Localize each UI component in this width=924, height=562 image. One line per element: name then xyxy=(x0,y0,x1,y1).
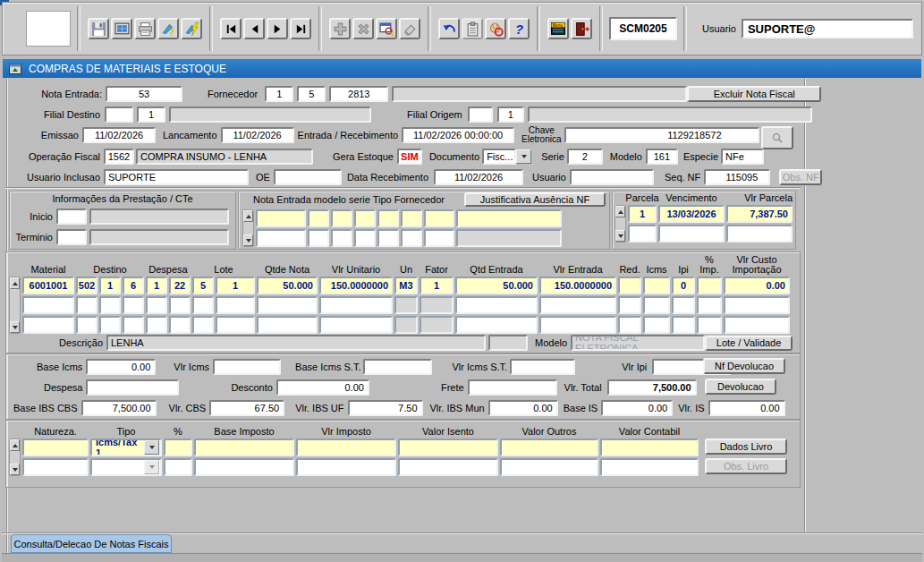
qtd-entrada-cell[interactable] xyxy=(455,316,538,334)
filial-destino-field-1[interactable] xyxy=(105,106,133,123)
justificativa-ausencia-nf-button[interactable]: Justificativa Ausência NF xyxy=(464,192,606,207)
nota-modelo-cell[interactable] xyxy=(354,229,376,247)
despesa-cell[interactable] xyxy=(146,316,167,334)
valor-isento-cell[interactable] xyxy=(398,439,498,456)
list-of-values-button[interactable] xyxy=(376,18,397,39)
nota-modelo-cell[interactable] xyxy=(377,209,399,227)
filial-origem-field-2[interactable]: 1 xyxy=(497,106,524,123)
destino-cell[interactable] xyxy=(123,316,144,334)
perc-cell[interactable] xyxy=(164,439,192,456)
vlr-unitario-cell[interactable]: 150.0000000 xyxy=(319,277,393,294)
nota-modelo-cell[interactable] xyxy=(401,229,422,247)
despesa-cell[interactable] xyxy=(146,296,167,314)
help-button[interactable]: ? xyxy=(508,18,530,39)
destino-cell[interactable] xyxy=(76,316,97,334)
vlr-entrada-cell[interactable] xyxy=(539,296,616,314)
usuario-field[interactable] xyxy=(570,169,654,185)
tipo-dropdown-button[interactable] xyxy=(144,460,159,474)
scroll-up-icon[interactable] xyxy=(10,277,20,289)
nota-modelo-cell[interactable] xyxy=(308,229,329,247)
modelo-field[interactable]: 161 xyxy=(646,149,678,165)
material-cell[interactable] xyxy=(22,316,74,334)
valor-outros-cell[interactable] xyxy=(500,458,598,476)
clipboard-button[interactable] xyxy=(462,18,483,39)
destino-cell[interactable]: 6 xyxy=(123,277,144,294)
frete-field[interactable] xyxy=(468,379,557,396)
print-button[interactable] xyxy=(134,18,156,39)
fornecedor-field-2[interactable]: 5 xyxy=(297,86,326,102)
vlr-custo-importacao-cell[interactable] xyxy=(724,316,790,334)
vlr-entrada-cell[interactable]: 150.0000000 xyxy=(539,277,616,294)
natureza-cell[interactable] xyxy=(22,458,89,476)
oe-field[interactable] xyxy=(274,169,342,185)
terminio-field[interactable] xyxy=(56,229,87,245)
perc-imp-cell[interactable] xyxy=(697,277,722,294)
filial-origem-field-1[interactable] xyxy=(468,106,493,123)
vlr-custo-importacao-cell[interactable] xyxy=(724,296,790,314)
destino-cell[interactable] xyxy=(123,296,144,314)
perc-cell[interactable] xyxy=(164,458,192,476)
destino-cell[interactable] xyxy=(99,296,121,314)
documento-field[interactable]: Fisc... xyxy=(482,149,516,165)
qtd-entrada-cell[interactable] xyxy=(455,296,538,314)
base-icms-st-field[interactable] xyxy=(363,359,432,375)
nota-modelo-cell[interactable] xyxy=(331,229,352,247)
menu-button[interactable]: Menu xyxy=(547,18,569,39)
lote-cell[interactable]: 1 xyxy=(216,277,255,294)
usuario-inclusao-field[interactable]: SUPORTE xyxy=(104,169,249,185)
perc-imp-cell[interactable] xyxy=(697,296,722,314)
lote-cell[interactable]: 5 xyxy=(192,277,214,294)
despesa-cell[interactable]: 22 xyxy=(169,277,191,294)
icms-cell[interactable] xyxy=(643,277,670,294)
perc-imp-cell[interactable] xyxy=(697,316,722,334)
icms-cell[interactable] xyxy=(643,296,670,314)
materiais-scrollbar[interactable] xyxy=(9,277,21,334)
parcela-cell[interactable] xyxy=(628,225,657,243)
vencimento-cell[interactable] xyxy=(658,225,725,243)
scroll-up-icon[interactable] xyxy=(243,210,253,222)
chave-eletronica-field[interactable]: 1129218572 xyxy=(564,127,759,143)
destino-cell[interactable]: 502 xyxy=(76,277,97,294)
scroll-down-icon[interactable] xyxy=(615,230,625,242)
vlr-ibs-mun-field[interactable]: 0.00 xyxy=(488,400,558,416)
execute-query-button[interactable] xyxy=(181,18,202,39)
vlr-icms-st-field[interactable] xyxy=(510,359,575,375)
fornecedor-field-1[interactable]: 1 xyxy=(265,86,293,102)
obs-nf-button[interactable]: Obs. NF xyxy=(779,169,822,185)
parcelas-scrollbar[interactable] xyxy=(615,205,626,243)
scroll-down-icon[interactable] xyxy=(10,464,20,475)
scroll-down-icon[interactable] xyxy=(10,321,20,333)
red-cell[interactable] xyxy=(618,296,641,314)
tab-consulta-delecao[interactable]: Consulta/Delecao De Notas Fiscais xyxy=(11,534,172,553)
vlr-imposto-cell[interactable] xyxy=(296,439,396,456)
despesa-cell[interactable] xyxy=(169,316,191,334)
material-cell[interactable]: 6001001 xyxy=(22,277,74,294)
vencimento-cell[interactable]: 13/03/2026 xyxy=(658,205,725,223)
nota-entrada-field[interactable]: 53 xyxy=(106,86,182,102)
emissao-field[interactable]: 11/02/2026 xyxy=(82,127,156,143)
inicio-field[interactable] xyxy=(56,209,87,225)
despesa-cell[interactable] xyxy=(169,296,191,314)
ipi-cell[interactable]: 0 xyxy=(672,277,695,294)
nota-modelo-cell[interactable] xyxy=(256,229,306,247)
nota-modelo-cell[interactable] xyxy=(377,229,399,247)
enter-query-button[interactable]: ? xyxy=(157,18,179,39)
nota-modelo-cell[interactable] xyxy=(308,209,329,227)
lote-cell[interactable] xyxy=(192,316,214,334)
scroll-down-icon[interactable] xyxy=(243,234,253,246)
base-is-field[interactable]: 0.00 xyxy=(601,400,673,416)
valor-contabil-cell[interactable] xyxy=(600,439,699,456)
nota-modelo-cell[interactable] xyxy=(331,209,352,227)
valor-outros-cell[interactable] xyxy=(500,439,598,456)
lote-cell[interactable] xyxy=(216,296,255,314)
documento-dropdown-button[interactable] xyxy=(516,149,531,164)
vlr-unitario-cell[interactable] xyxy=(319,296,393,314)
red-cell[interactable] xyxy=(618,316,641,334)
base-imposto-cell[interactable] xyxy=(194,458,294,476)
operacao-fiscal-cod-field[interactable]: 1562 xyxy=(104,149,134,165)
screen-button[interactable] xyxy=(111,18,132,39)
qtde-nota-cell[interactable] xyxy=(257,316,318,334)
serie-field[interactable]: 2 xyxy=(567,149,603,165)
scroll-up-icon[interactable] xyxy=(615,206,625,217)
nota-modelo-cell[interactable] xyxy=(424,209,454,227)
